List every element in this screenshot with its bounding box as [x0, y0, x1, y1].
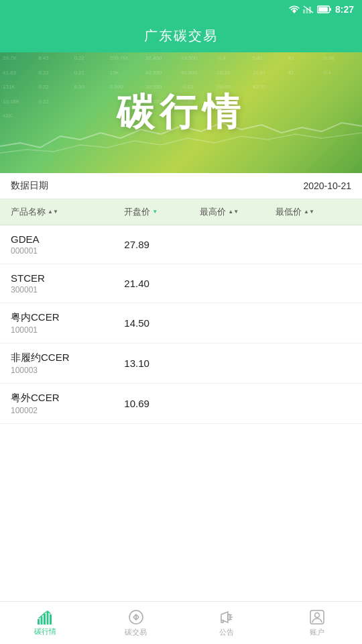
product-cell: 粤内CCER 100001	[11, 311, 124, 335]
nav-item-trade[interactable]: 碳交易	[90, 602, 181, 644]
banner: 29.7K8.450.22209.7M32.40033,500-0.45.814…	[0, 52, 362, 173]
open-price: 27.89	[124, 239, 200, 250]
svg-rect-9	[40, 616, 42, 625]
product-cell: GDEA 000001	[11, 233, 124, 256]
col-high-label: 最高价	[200, 206, 226, 218]
col-open-sort: ▼	[152, 209, 158, 215]
product-name: 非履约CCER	[11, 352, 124, 364]
product-code: 100003	[11, 366, 124, 375]
col-open-label: 开盘价	[124, 206, 150, 218]
nav-label-market: 碳行情	[34, 627, 56, 637]
market-icon	[37, 610, 54, 625]
status-time: 8:27	[335, 4, 354, 15]
svg-line-4	[304, 6, 313, 13]
svg-rect-16	[228, 614, 230, 620]
table-row[interactable]: 粤内CCER 100001 14.50	[0, 303, 362, 343]
nav-item-market[interactable]: 碳行情	[0, 602, 90, 644]
nav-label-trade: 碳交易	[125, 627, 147, 637]
product-code: 300001	[11, 285, 124, 294]
date-label: 数据日期	[11, 180, 48, 192]
product-cell: 非履约CCER 100003	[11, 352, 124, 375]
svg-rect-10	[44, 614, 46, 625]
product-name: GDEA	[11, 233, 124, 245]
battery-icon	[317, 5, 332, 13]
svg-rect-11	[46, 612, 48, 625]
date-row: 数据日期 2020-10-21	[0, 173, 362, 199]
table-row[interactable]: 粤外CCER 100002 10.69	[0, 384, 362, 424]
product-code: 000001	[11, 246, 124, 256]
date-value: 2020-10-21	[303, 180, 351, 191]
nav-item-announcement[interactable]: 公告	[181, 602, 272, 644]
product-code: 100001	[11, 325, 124, 335]
svg-rect-7	[318, 7, 328, 12]
product-name: 粤内CCER	[11, 311, 124, 324]
svg-marker-15	[221, 612, 228, 623]
product-code: 100002	[11, 406, 124, 415]
nav-label-announcement: 公告	[219, 627, 234, 637]
product-name: 粤外CCER	[11, 392, 124, 405]
col-header-high[interactable]: 最高价 ▲▼	[200, 206, 276, 218]
bottom-nav: 碳行情 碳交易 公告 账户	[0, 601, 362, 644]
open-price: 13.10	[124, 358, 200, 369]
banner-title: 碳行情	[117, 87, 245, 138]
table-row[interactable]: GDEA 000001 27.89	[0, 225, 362, 264]
svg-rect-12	[50, 614, 52, 625]
svg-marker-0	[292, 9, 296, 13]
col-name-label: 产品名称	[11, 206, 46, 218]
svg-point-21	[314, 612, 319, 617]
open-price: 21.40	[124, 278, 200, 289]
nav-label-account: 账户	[310, 627, 324, 637]
col-low-sort: ▲▼	[304, 209, 314, 215]
svg-rect-6	[329, 8, 331, 11]
open-price: 10.69	[124, 398, 200, 409]
table-header: 产品名称 ▲▼ 开盘价 ▼ 最高价 ▲▼ 最低价 ▲▼	[0, 199, 362, 225]
account-icon	[309, 609, 325, 625]
announcement-icon	[219, 609, 235, 625]
signal-icon	[303, 5, 314, 13]
col-high-sort: ▲▼	[228, 209, 239, 215]
header-title: 广东碳交易	[144, 27, 218, 45]
product-cell: STCER 300001	[11, 272, 124, 294]
product-name: STCER	[11, 272, 124, 284]
app-header: 广东碳交易	[0, 19, 362, 52]
col-header-low[interactable]: 最低价 ▲▼	[276, 206, 351, 218]
col-header-name[interactable]: 产品名称 ▲▼	[11, 206, 124, 218]
status-bar: 8:27	[0, 0, 362, 19]
wifi-icon	[289, 5, 300, 13]
svg-rect-8	[38, 619, 40, 625]
col-name-sort: ▲▼	[48, 209, 58, 215]
nav-item-account[interactable]: 账户	[272, 602, 362, 644]
svg-rect-1	[303, 9, 305, 13]
trade-icon	[128, 609, 144, 625]
product-cell: 粤外CCER 100002	[11, 392, 124, 415]
col-low-label: 最低价	[276, 206, 302, 218]
table-row[interactable]: STCER 300001 21.40	[0, 264, 362, 303]
table-body: GDEA 000001 27.89 STCER 300001 21.40 粤内C…	[0, 225, 362, 424]
table-row[interactable]: 非履约CCER 100003 13.10	[0, 343, 362, 384]
status-icons: 8:27	[289, 4, 354, 15]
col-header-open[interactable]: 开盘价 ▼	[124, 206, 200, 218]
open-price: 14.50	[124, 317, 200, 329]
